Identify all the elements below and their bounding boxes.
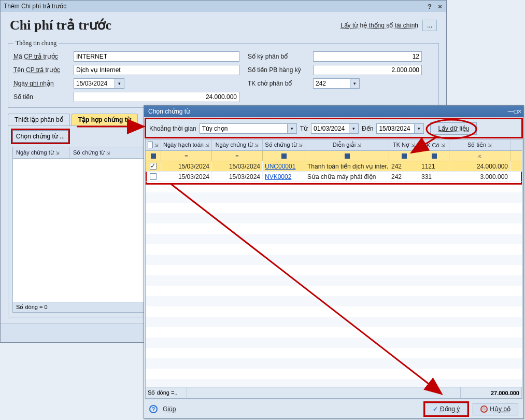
row-checkbox[interactable] bbox=[150, 163, 157, 170]
pin-icon: ⇲ bbox=[488, 143, 492, 148]
fieldset-legend: Thông tin chung bbox=[13, 39, 59, 47]
filter-op-amount[interactable]: ≤ bbox=[449, 151, 510, 161]
close-icon[interactable]: × bbox=[518, 108, 521, 115]
label-time-range: Khoảng thời gian bbox=[149, 125, 196, 132]
cancel-button[interactable]: ⦸ Hủy bỏ bbox=[473, 403, 518, 415]
child-dialog-buttons: ? Giúp ✓ Đồng ý ⦸ Hủy bỏ bbox=[144, 399, 523, 418]
col-select-all[interactable]: ⇲ bbox=[146, 139, 161, 150]
to-date-input[interactable] bbox=[376, 123, 415, 134]
chevron-down-icon[interactable]: ▾ bbox=[115, 78, 124, 89]
filter-controls: Khoảng thời gian ▾ Từ ▾ Đến ▾ Lấy dữ liệ… bbox=[144, 117, 523, 139]
filter-square-icon[interactable] bbox=[151, 153, 156, 159]
label-date: Ngày ghi nhận bbox=[13, 80, 65, 87]
cell-amount: 3.000.000 bbox=[449, 172, 510, 181]
chevron-down-icon[interactable]: ▾ bbox=[349, 123, 359, 134]
col-posting-date[interactable]: Ngày hạch toán⇲ bbox=[161, 139, 212, 150]
amount-input[interactable] bbox=[74, 92, 239, 102]
from-date-combo: ▾ bbox=[311, 123, 359, 134]
table-row[interactable]: 15/03/202415/03/2024UNC00001Thanh toán t… bbox=[146, 161, 522, 172]
voucher-grid: ⇲ Ngày hạch toán⇲ Ngày chứng từ⇲ Số chứn… bbox=[145, 139, 522, 399]
waiting-acct-input[interactable] bbox=[313, 78, 350, 89]
grid-header: ⇲ Ngày hạch toán⇲ Ngày chứng từ⇲ Số chứn… bbox=[146, 139, 522, 151]
ok-button[interactable]: ✓ Đồng ý bbox=[425, 403, 467, 415]
filter-square-icon[interactable] bbox=[281, 153, 287, 159]
pin-icon: ⇲ bbox=[441, 143, 445, 148]
pin-icon: ⇲ bbox=[106, 150, 110, 156]
tab-gather-vouchers[interactable]: Tập hợp chứng từ bbox=[72, 114, 138, 125]
close-icon[interactable]: × bbox=[436, 2, 444, 10]
footer-rowcount: Số dòng =.. bbox=[146, 387, 187, 398]
child-title-text: Chọn chứng từ bbox=[148, 108, 508, 115]
name-input[interactable] bbox=[74, 65, 239, 75]
cell-posting-date: 15/03/2024 bbox=[161, 172, 212, 181]
chevron-down-icon[interactable]: ▾ bbox=[415, 123, 424, 134]
col-debit-acct[interactable]: TK Nợ⇲ bbox=[389, 139, 419, 150]
col-voucher-date[interactable]: Ngày chứng từ⇲ bbox=[13, 147, 70, 158]
pin-icon: ⇲ bbox=[299, 143, 303, 148]
pin-icon: ⇲ bbox=[55, 150, 60, 156]
label-amount: Số tiền bbox=[13, 93, 65, 101]
col-description[interactable]: Diễn giải⇲ bbox=[305, 139, 389, 150]
time-range-combo: ▾ bbox=[200, 123, 297, 134]
filter-op-vdate[interactable]: = bbox=[212, 151, 263, 161]
from-date-input[interactable] bbox=[311, 123, 349, 134]
label-waiting-acct: TK chờ phân bổ bbox=[248, 80, 305, 87]
cancel-icon: ⦸ bbox=[480, 405, 488, 413]
to-date-combo: ▾ bbox=[376, 123, 424, 134]
record-date-input[interactable] bbox=[74, 78, 115, 89]
code-input[interactable] bbox=[74, 51, 239, 62]
help-icon[interactable]: ? bbox=[425, 2, 434, 10]
help-button[interactable]: Giúp bbox=[163, 405, 176, 413]
tab-allocation-setup[interactable]: Thiết lập phân bổ bbox=[8, 114, 70, 125]
filter-square-icon[interactable] bbox=[345, 153, 350, 159]
table-row[interactable]: 15/03/202415/03/2024NVK0002Sửa chữa máy … bbox=[146, 172, 522, 182]
filter-square-icon[interactable] bbox=[402, 153, 407, 159]
page-title: Chi phí trả trước bbox=[10, 17, 340, 33]
label-name: Tên CP trả trước bbox=[13, 66, 65, 74]
filter-op-posting[interactable]: = bbox=[161, 151, 212, 161]
cell-credit-acct: 1121 bbox=[419, 161, 449, 171]
general-info-fieldset: Thông tin chung Mã CP trả trước Số kỳ ph… bbox=[8, 39, 439, 108]
chevron-down-icon[interactable]: ▾ bbox=[350, 78, 360, 89]
parent-titlebar[interactable]: Thêm Chi phí trả trước ? × bbox=[1, 1, 446, 12]
col-voucher-no[interactable]: Số chứng từ⇲ bbox=[263, 139, 305, 150]
chevron-down-icon[interactable]: ▾ bbox=[288, 123, 297, 134]
label-periods: Số kỳ phân bổ bbox=[248, 53, 305, 60]
periods-input[interactable] bbox=[313, 51, 422, 62]
pin-icon: ⇲ bbox=[154, 143, 159, 148]
time-range-input[interactable] bbox=[200, 123, 288, 134]
choose-voucher-dialog: Chọn chứng từ — □ × Khoảng thời gian ▾ T… bbox=[144, 105, 524, 419]
pin-icon: ⇲ bbox=[411, 143, 415, 148]
cell-voucher-no[interactable]: UNC00001 bbox=[263, 161, 305, 171]
help-icon[interactable]: ? bbox=[149, 405, 158, 413]
maximize-icon[interactable]: □ bbox=[514, 108, 518, 115]
label-to: Đến bbox=[362, 125, 373, 132]
pin-icon: ⇲ bbox=[254, 143, 259, 148]
cell-posting-date: 15/03/2024 bbox=[161, 161, 212, 171]
fetch-data-button[interactable]: Lấy dữ liệu bbox=[430, 122, 477, 135]
cell-debit-acct: 242 bbox=[389, 172, 419, 181]
col-amount[interactable]: Số tiền⇲ bbox=[449, 139, 510, 150]
cell-voucher-date: 15/03/2024 bbox=[212, 172, 263, 181]
footer-total: 27.000.000 bbox=[461, 387, 522, 398]
get-from-financial-link[interactable]: Lấy từ hệ thống sổ tài chính bbox=[340, 22, 418, 29]
minimize-icon[interactable]: — bbox=[508, 108, 514, 115]
cell-voucher-no[interactable]: NVK0002 bbox=[263, 172, 305, 181]
choose-voucher-button[interactable]: Chọn chứng từ ... bbox=[12, 130, 68, 143]
label-per-period: Số tiền PB hàng kỳ bbox=[248, 66, 305, 74]
pin-icon: ⇲ bbox=[357, 143, 361, 148]
row-checkbox[interactable] bbox=[150, 173, 157, 180]
col-voucher-date[interactable]: Ngày chứng từ⇲ bbox=[212, 139, 263, 150]
label-code: Mã CP trả trước bbox=[13, 53, 65, 60]
child-titlebar[interactable]: Chọn chứng từ — □ × bbox=[144, 106, 523, 117]
grid-body[interactable]: 15/03/202415/03/2024UNC00001Thanh toán t… bbox=[146, 161, 522, 387]
cell-description: Sửa chữa máy phát điện bbox=[305, 172, 389, 181]
more-actions-button[interactable]: ... bbox=[422, 20, 437, 31]
per-period-input[interactable] bbox=[313, 65, 422, 75]
grid-filter-row[interactable]: = = ≤ bbox=[146, 151, 522, 161]
col-credit-acct[interactable]: TK Có⇲ bbox=[419, 139, 449, 150]
label-from: Từ bbox=[300, 125, 308, 132]
cell-amount: 24.000.000 bbox=[449, 161, 510, 171]
filter-square-icon[interactable] bbox=[432, 153, 437, 159]
cell-credit-acct: 331 bbox=[419, 172, 449, 181]
